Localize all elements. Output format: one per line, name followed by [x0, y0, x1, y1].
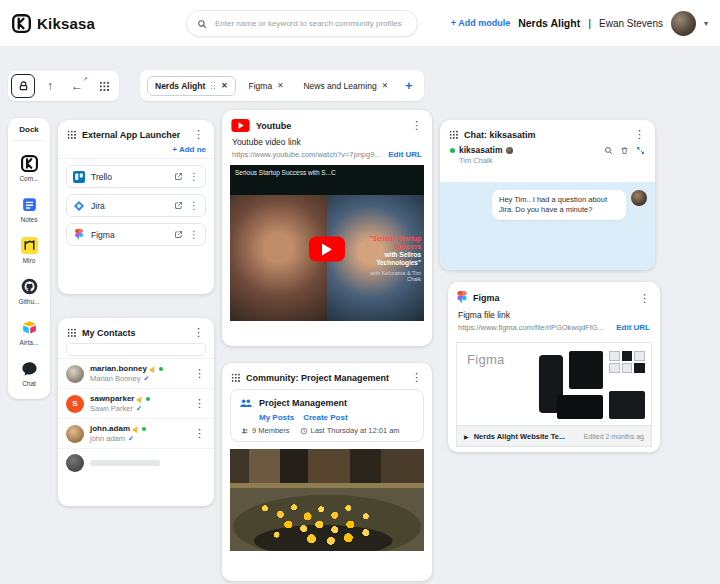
cover-image-barn [230, 449, 424, 488]
drag-handle-icon[interactable] [210, 81, 216, 90]
chat-message-bubble: Hey Tim.. I had a question about Jira. D… [492, 190, 626, 220]
tab-figma[interactable]: Figma ✕ [242, 77, 291, 95]
app-row-jira[interactable]: Jira ⋮ [66, 194, 206, 217]
contact-name: Sawn Parker [90, 404, 133, 413]
search-icon [197, 19, 207, 29]
external-link-icon[interactable] [174, 230, 183, 239]
video-thumbnail[interactable]: Serious Startup Success with S...C "Seri… [230, 165, 424, 321]
close-icon[interactable]: ✕ [221, 81, 227, 90]
chat-card: Chat: kiksasatim ⋮ kiksasatim Tim Chalk … [440, 120, 655, 270]
contact-row[interactable]: marian.bonney Marian Bonney ✓ ⋮ [58, 358, 214, 388]
my-contacts-card: My Contacts ⋮ marian.bonney Marian Bonne… [58, 318, 214, 506]
members-icon [241, 427, 249, 435]
dock-item-github[interactable]: Githu... [8, 278, 50, 305]
dock-item-community[interactable]: Com... [8, 155, 50, 182]
trash-icon[interactable] [620, 146, 629, 155]
kebab-menu-icon[interactable]: ⋮ [193, 368, 206, 379]
dock-item-miro[interactable]: Miro [8, 237, 50, 264]
chat-person-name: Tim Chalk [440, 155, 655, 171]
kebab-menu-icon[interactable]: ⋮ [192, 129, 205, 140]
app-row-trello[interactable]: Trello ⋮ [66, 165, 206, 188]
chat-bubble-icon [21, 360, 38, 377]
contacts-search-input[interactable] [66, 343, 206, 356]
kebab-menu-icon[interactable]: ⋮ [410, 120, 423, 131]
kebab-menu-icon[interactable]: ⋮ [410, 372, 423, 383]
external-link-icon[interactable] [174, 201, 183, 210]
expand-icon[interactable] [636, 146, 645, 155]
card-title: Community: Project Management [246, 373, 389, 383]
dock-item-notes[interactable]: Notes [8, 196, 50, 223]
kebab-menu-icon[interactable]: ⋮ [189, 230, 199, 240]
play-button[interactable] [309, 237, 345, 262]
kebab-menu-icon[interactable]: ⋮ [633, 129, 646, 140]
edit-url-button[interactable]: Edit URL [616, 323, 650, 332]
thumbnail-caption: "Serious Startup Success with Seilros Te… [355, 235, 421, 283]
kebab-menu-icon[interactable]: ⋮ [192, 327, 205, 338]
community-people-icon [239, 396, 253, 410]
play-icon[interactable]: ▶ [464, 433, 469, 440]
kebab-menu-icon[interactable]: ⋮ [189, 201, 199, 211]
module-grid-icon[interactable] [67, 130, 76, 139]
top-header: Kiksasa + Add module Nerds Alight | Ewan… [0, 0, 720, 46]
app-root: Kiksasa + Add module Nerds Alight | Ewan… [0, 0, 720, 584]
user-avatar[interactable] [671, 11, 696, 36]
online-dot [159, 367, 163, 371]
party-icon [149, 364, 157, 372]
dock-item-chat[interactable]: Chat [8, 360, 50, 387]
search-bar[interactable] [186, 10, 418, 37]
search-input[interactable] [213, 18, 407, 29]
external-app-launcher-card: External App Launcher ⋮ + Add ne Trello … [58, 120, 214, 294]
module-grid-icon[interactable] [67, 328, 76, 337]
figma-card: Figma ⋮ Figma file link https://www.figm… [448, 282, 660, 452]
online-dot [142, 427, 146, 431]
chevron-down-icon[interactable]: ▾ [704, 19, 708, 28]
youtube-card: Youtube ⋮ Youtube video link https://www… [222, 110, 432, 346]
contact-row[interactable]: john.adam john adam ✓ ⋮ [58, 418, 214, 448]
dock-item-airtable[interactable]: Airta... [8, 319, 50, 346]
app-row-figma[interactable]: Figma ⋮ [66, 223, 206, 246]
my-posts-link[interactable]: My Posts [259, 413, 294, 422]
figma-embed-preview[interactable]: Figma [456, 342, 652, 426]
brand-name: Kiksasa [37, 15, 95, 32]
chat-message-area[interactable]: Hey Tim.. I had a question about Jira. D… [440, 182, 655, 270]
tab-nerds-alight[interactable]: Nerds Alight ✕ [147, 76, 236, 96]
card-title: My Contacts [82, 328, 136, 338]
design-frame [557, 395, 603, 419]
video-link-label: Youtube video link [222, 137, 432, 147]
brand[interactable]: Kiksasa [12, 14, 95, 33]
close-icon[interactable]: ✕ [382, 81, 388, 90]
contact-row[interactable]: S sawnparker Sawn Parker ✓ ⋮ [58, 388, 214, 418]
tab-label: News and Learning [303, 81, 376, 91]
add-new-app-button[interactable]: + Add ne [58, 145, 214, 159]
online-dot [146, 397, 150, 401]
figma-link-label: Figma file link [448, 310, 660, 320]
tab-news-and-learning[interactable]: News and Learning ✕ [296, 77, 395, 95]
kebab-menu-icon[interactable]: ⋮ [189, 172, 199, 182]
module-grid-icon[interactable] [231, 373, 240, 382]
kebab-menu-icon[interactable]: ⋮ [193, 428, 206, 439]
kebab-menu-icon[interactable]: ⋮ [193, 398, 206, 409]
lock-button[interactable] [11, 74, 35, 98]
module-grid-icon[interactable] [449, 130, 458, 139]
airtable-icon [21, 319, 38, 336]
edit-url-button[interactable]: Edit URL [388, 150, 422, 159]
add-module-button[interactable]: + Add module [451, 18, 510, 28]
close-icon[interactable]: ✕ [277, 81, 283, 90]
move-up-button[interactable]: ↑ [38, 74, 62, 98]
figma-embed-footer: ▶ Nerds Alight Website Te... Edited 2 mo… [456, 426, 652, 447]
redo-mini-icon: ↗ [83, 75, 88, 82]
chat-channel-name: kiksasatim [459, 145, 502, 155]
external-link-icon[interactable] [174, 172, 183, 181]
add-tab-button[interactable]: + [401, 78, 417, 93]
board-toolbar: ↑ ← ↗ [8, 71, 119, 101]
back-button[interactable]: ← ↗ [65, 74, 89, 98]
create-post-link[interactable]: Create Post [303, 413, 347, 422]
grid-view-button[interactable] [92, 74, 116, 98]
community-app-icon [21, 155, 38, 172]
community-cover-image [230, 449, 424, 551]
community-card: Community: Project Management ⋮ Project … [222, 363, 432, 581]
kebab-menu-icon[interactable]: ⋮ [638, 293, 651, 304]
header-divider: | [588, 17, 591, 29]
video-url: https://www.youtube.com/watch?v=7pnpg9..… [232, 150, 381, 159]
search-icon[interactable] [604, 146, 613, 155]
